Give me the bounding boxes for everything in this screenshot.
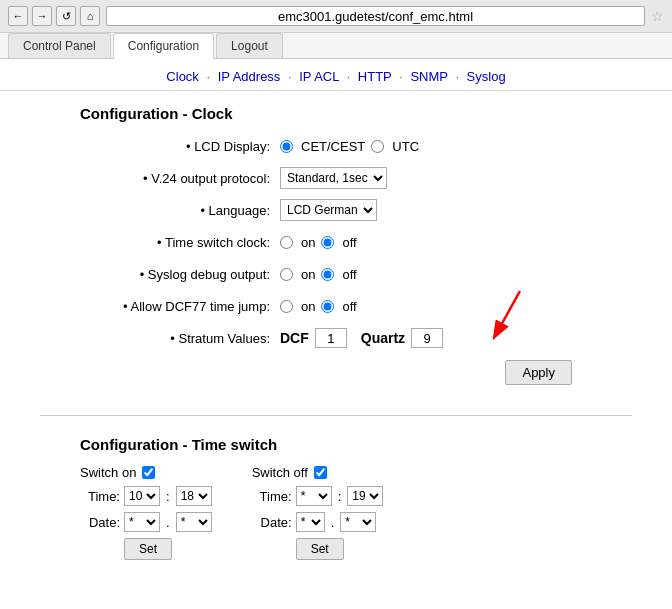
switch-off-time-row: Time: * 0123 4567 891011 12131415 161718… [252,486,384,506]
switch-off-date-row: Date: * 12345 . * 1234 5678 9101112 [252,512,384,532]
tab-control-panel[interactable]: Control Panel [8,33,111,58]
bookmark-icon[interactable]: ☆ [651,8,664,24]
switch-on-header: Switch on [80,465,212,480]
switch-on-label: Switch on [80,465,136,480]
switch-on-month-select[interactable]: * 1234 5678 9101112 [176,512,212,532]
switch-on-time-label: Time: [80,489,120,504]
lcd-cetcest-radio[interactable] [280,140,293,153]
dcf77-on-radio[interactable] [280,300,293,313]
lcd-utc-label: UTC [392,139,419,154]
timeswitch-grid: Switch on Time: 10 * 0123 4567 891112 13… [80,465,652,560]
switch-on-checkbox[interactable] [142,466,155,479]
dcf-label: DCF [280,330,309,346]
timeswitch-section-title: Configuration - Time switch [80,436,652,453]
switch-off-day-select[interactable]: * 12345 [296,512,325,532]
tab-logout[interactable]: Logout [216,33,283,58]
red-arrow-annotation [440,286,530,346]
v24-protocol-label: V.24 output protocol: [80,171,280,186]
switch-off-time-label: Time: [252,489,292,504]
back-button[interactable]: ← [8,6,28,26]
switch-off-set-button[interactable]: Set [296,538,344,560]
switch-on-col: Switch on Time: 10 * 0123 4567 891112 13… [80,465,212,560]
nav-syslog[interactable]: Syslog [467,69,506,84]
tsclock-off-label: off [342,235,356,250]
tab-bar: Control Panel Configuration Logout [0,33,672,59]
switch-off-time-sep: : [338,489,342,504]
time-switch-clock-label: Time switch clock: [80,235,280,250]
switch-off-date-label: Date: [252,515,292,530]
syslog-debug-control: on off [280,267,357,282]
apply-button[interactable]: Apply [505,360,572,385]
timeswitch-section: Configuration - Time switch Switch on Ti… [0,426,672,570]
switch-on-time-row: Time: 10 * 0123 4567 891112 13141516 171… [80,486,212,506]
lcd-display-control: CET/CEST UTC [280,139,419,154]
language-select[interactable]: LCD German LCD English [280,199,377,221]
nav-links: Clock · IP Address · IP ACL · HTTP · SNM… [0,59,672,91]
browser-chrome: ← → ↺ ⌂ ☆ [0,0,672,33]
dcf77-on-label: on [301,299,315,314]
dcf77-off-radio[interactable] [321,300,334,313]
v24-protocol-control: Standard, 1sec Custom [280,167,387,189]
tsclock-on-radio[interactable] [280,236,293,249]
switch-on-hour-select[interactable]: 10 * 0123 4567 891112 13141516 17181920 … [124,486,160,506]
dcf77-jump-control: on off [280,299,357,314]
quartz-value-input[interactable] [411,328,443,348]
syslog-on-label: on [301,267,315,282]
lcd-utc-radio[interactable] [371,140,384,153]
language-row: Language: LCD German LCD English [80,198,652,222]
switch-on-date-sep: . [166,515,170,530]
forward-button[interactable]: → [32,6,52,26]
stratum-values-label: Stratum Values: [80,331,280,346]
svg-line-1 [495,291,520,336]
time-switch-clock-row: Time switch clock: on off [80,230,652,254]
time-switch-clock-control: on off [280,235,357,250]
nav-snmp[interactable]: SNMP [410,69,447,84]
switch-on-minute-select[interactable]: 18 *0153045 [176,486,212,506]
lcd-cetcest-label: CET/CEST [301,139,365,154]
syslog-debug-row: Syslog debug output: on off [80,262,652,286]
dcf77-jump-row: Allow DCF77 time jump: on off [80,294,652,318]
syslog-off-label: off [342,267,356,282]
section-divider [40,415,632,416]
browser-nav: ← → ↺ ⌂ [8,6,100,26]
dcf77-off-label: off [342,299,356,314]
stratum-values-row: Stratum Values: DCF Quartz [80,326,652,350]
reload-button[interactable]: ↺ [56,6,76,26]
clock-form: LCD Display: CET/CEST UTC V.24 output pr… [80,134,652,350]
switch-off-checkbox[interactable] [314,466,327,479]
switch-off-date-sep: . [331,515,335,530]
syslog-debug-label: Syslog debug output: [80,267,280,282]
url-bar[interactable] [106,6,645,26]
tsclock-off-radio[interactable] [321,236,334,249]
home-button[interactable]: ⌂ [80,6,100,26]
v24-protocol-select[interactable]: Standard, 1sec Custom [280,167,387,189]
dcf-value-input[interactable] [315,328,347,348]
nav-http[interactable]: HTTP [358,69,392,84]
apply-row: Apply [20,360,572,385]
tab-configuration[interactable]: Configuration [113,33,214,59]
switch-off-minute-select[interactable]: 19 *0153045 [347,486,383,506]
switch-on-day-select[interactable]: * 12345 678910 [124,512,160,532]
nav-ip-acl[interactable]: IP ACL [299,69,339,84]
syslog-on-radio[interactable] [280,268,293,281]
switch-on-time-sep: : [166,489,170,504]
nav-clock[interactable]: Clock [166,69,199,84]
switch-on-date-label: Date: [80,515,120,530]
lcd-display-row: LCD Display: CET/CEST UTC [80,134,652,158]
dcf77-jump-label: Allow DCF77 time jump: [80,299,280,314]
switch-on-set-row: Set [80,538,212,560]
v24-protocol-row: V.24 output protocol: Standard, 1sec Cus… [80,166,652,190]
switch-off-col: Switch off Time: * 0123 4567 891011 1213… [252,465,384,560]
switch-off-month-select[interactable]: * 1234 5678 9101112 [340,512,376,532]
switch-on-date-row: Date: * 12345 678910 . * 1234 5678 91011… [80,512,212,532]
nav-ip-address[interactable]: IP Address [218,69,281,84]
tsclock-on-label: on [301,235,315,250]
switch-off-set-row: Set [252,538,384,560]
lcd-display-label: LCD Display: [80,139,280,154]
stratum-values-control: DCF Quartz [280,328,443,348]
switch-off-hour-select[interactable]: * 0123 4567 891011 12131415 16171819 202… [296,486,332,506]
clock-config-section: Configuration - Clock LCD Display: CET/C… [0,95,672,405]
switch-on-set-button[interactable]: Set [124,538,172,560]
language-control: LCD German LCD English [280,199,377,221]
syslog-off-radio[interactable] [321,268,334,281]
